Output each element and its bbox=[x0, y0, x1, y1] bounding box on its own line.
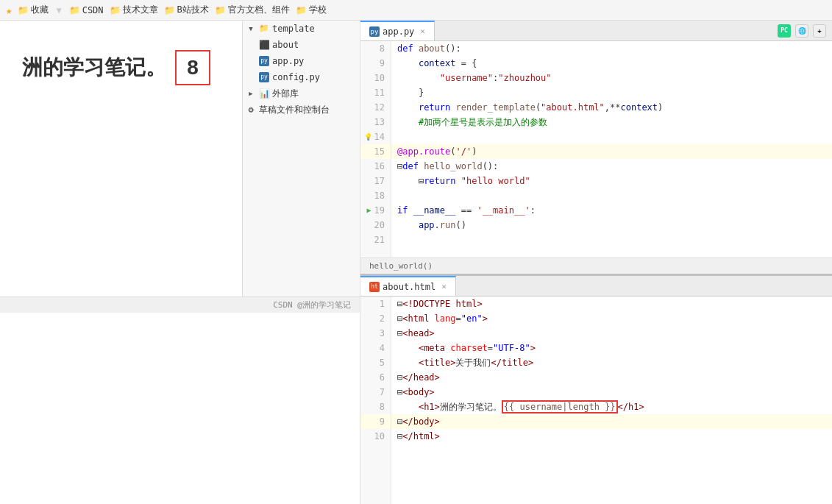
folder-icon: 📁 bbox=[164, 5, 175, 15]
left-panel: 洲的学习笔记。 8 ▼ 📁 template ⬛ about bbox=[0, 21, 360, 504]
toolbar-docs[interactable]: 📁 官方文档、组件 bbox=[215, 4, 290, 16]
line-numbers-bottom: 1 2 3 4 5 bbox=[360, 297, 391, 504]
line-num-20: 20 bbox=[360, 218, 391, 233]
b-code-line-9: ⊟</body> bbox=[391, 414, 832, 429]
toolbar-bookmark[interactable]: 📁 收藏 bbox=[18, 4, 49, 16]
star-icon: ★ bbox=[6, 4, 12, 16]
pycharm-icon: PC bbox=[778, 24, 791, 38]
py-file-icon: py bbox=[259, 72, 269, 82]
line-num-10: 10 bbox=[360, 71, 391, 85]
left-top: 洲的学习笔记。 8 ▼ 📁 template ⬛ about bbox=[0, 21, 360, 297]
editor-top-tab-bar: py app.py × PC 🌐 + bbox=[360, 21, 832, 41]
b-code-line-3: ⊟<head> bbox=[391, 326, 832, 341]
ext-lib-icon: 📊 bbox=[259, 88, 269, 99]
main-container: 洲的学习笔记。 8 ▼ 📁 template ⬛ about bbox=[0, 21, 832, 504]
file-tree-external[interactable]: ▶ 📊 外部库 bbox=[243, 85, 360, 102]
file-tree-app[interactable]: py app.py bbox=[243, 53, 360, 69]
code-line-15: @app.route('/') bbox=[391, 144, 832, 159]
code-line-17: ⊟return "hello world" bbox=[391, 174, 832, 188]
code-line-8: def about(): bbox=[391, 41, 832, 56]
file-tree-drafts[interactable]: ⚙ 草稿文件和控制台 bbox=[243, 102, 360, 118]
badge-number: 8 bbox=[175, 50, 210, 85]
b-line-num-9: 9 bbox=[360, 414, 391, 429]
html-tab-icon: ht bbox=[369, 282, 380, 292]
b-code-line-10: ⊟</html> bbox=[391, 429, 832, 444]
b-code-line-6: ⊟</head> bbox=[391, 370, 832, 385]
chrome-icon: 🌐 bbox=[795, 24, 808, 38]
line-num-12: 12 bbox=[360, 100, 391, 115]
right-panel: py app.py × PC 🌐 + 8 bbox=[360, 21, 832, 504]
line-num-16: 16 bbox=[360, 159, 391, 174]
line-num-14: 💡 14 bbox=[360, 129, 391, 144]
folder-icon: 📁 bbox=[18, 5, 29, 15]
editor-bottom-tab-bar: ht about.html × bbox=[360, 276, 832, 297]
b-line-num-6: 6 bbox=[360, 370, 391, 385]
b-line-num-4: 4 bbox=[360, 341, 391, 355]
toolbar: ★ 📁 收藏 ▼ 📁 CSDN 📁 技术文章 📁 B站技术 📁 官方文档、组件 … bbox=[0, 0, 832, 21]
folder-icon: 📁 bbox=[69, 5, 80, 15]
code-area-top[interactable]: 8 9 10 11 12 bbox=[360, 41, 832, 258]
b-line-num-1: 1 bbox=[360, 297, 391, 311]
folder-icon: 📁 bbox=[215, 5, 226, 15]
code-line-10: "username":"zhouzhou" bbox=[391, 71, 832, 85]
file-tree-config[interactable]: py config.py bbox=[243, 69, 360, 85]
b-code-line-2: ⊟<html lang="en"> bbox=[391, 311, 832, 326]
b-line-num-3: 3 bbox=[360, 326, 391, 341]
file-tree-about[interactable]: ⬛ about bbox=[243, 37, 360, 53]
code-area-bottom[interactable]: 1 2 3 4 5 bbox=[360, 297, 832, 504]
line-num-18: 18 bbox=[360, 188, 391, 203]
toolbar-school[interactable]: 📁 学校 bbox=[296, 4, 327, 16]
b-line-num-10: 10 bbox=[360, 429, 391, 444]
b-line-num-7: 7 bbox=[360, 385, 391, 400]
drafts-icon: ⚙ bbox=[246, 104, 256, 115]
line-num-8: 8 bbox=[360, 41, 391, 56]
expand-icon: ▶ bbox=[246, 88, 256, 99]
editor-bottom: ht about.html × 1 2 bbox=[360, 276, 832, 504]
line-num-11: 11 bbox=[360, 85, 391, 100]
extra-icon: + bbox=[813, 24, 826, 38]
folder-icon: 📁 bbox=[296, 5, 307, 15]
code-line-16: ⊟def hello_world(): bbox=[391, 159, 832, 174]
html-file-icon: ⬛ bbox=[259, 40, 269, 50]
bottom-status-bar: CSDN @洲的学习笔记 bbox=[0, 297, 360, 313]
py-file-icon: py bbox=[259, 56, 269, 66]
line-num-19: ▶ 19 bbox=[360, 203, 391, 218]
file-tree-template[interactable]: ▼ 📁 template bbox=[243, 21, 360, 37]
code-line-9: context = { bbox=[391, 56, 832, 71]
py-tab-icon: py bbox=[369, 26, 380, 37]
folder-icon: 📁 bbox=[110, 5, 121, 15]
expand-icon: ▼ bbox=[246, 24, 256, 34]
b-code-line-1: ⊟<!DOCTYPE html> bbox=[391, 297, 832, 311]
line-num-15: 15 bbox=[360, 144, 391, 159]
toolbar-csdn[interactable]: 📁 CSDN bbox=[69, 5, 104, 15]
b-line-num-2: 2 bbox=[360, 311, 391, 326]
b-line-num-5: 5 bbox=[360, 355, 391, 370]
code-content-top[interactable]: def about(): context = { "username":"zho… bbox=[391, 41, 832, 258]
line-num-17: 17 bbox=[360, 174, 391, 188]
code-line-21 bbox=[391, 233, 832, 247]
code-line-20: app.run() bbox=[391, 218, 832, 233]
b-code-line-4: <meta charset="UTF-8"> bbox=[391, 341, 832, 355]
code-line-14 bbox=[391, 129, 832, 144]
line-num-13: 13 bbox=[360, 115, 391, 129]
sep1: ▼ bbox=[56, 5, 61, 15]
code-line-13: #加两个星号是表示是加入的参数 bbox=[391, 115, 832, 129]
b-code-line-7: ⊟<body> bbox=[391, 385, 832, 400]
editor-top: py app.py × PC 🌐 + 8 bbox=[360, 21, 832, 276]
line-numbers-top: 8 9 10 11 12 bbox=[360, 41, 391, 258]
file-explorer: ▼ 📁 template ⬛ about py app.py py config… bbox=[242, 21, 360, 297]
toolbar-bilibili[interactable]: 📁 B站技术 bbox=[164, 4, 209, 16]
b-code-line-8: <h1>洲的学习笔记。{{ username|length }}</h1> bbox=[391, 400, 832, 414]
code-content-bottom[interactable]: ⊟<!DOCTYPE html> ⊟<html lang="en"> ⊟<hea… bbox=[391, 297, 832, 504]
b-code-line-5: <title>关于我们</title> bbox=[391, 355, 832, 370]
app-py-tab[interactable]: py app.py × bbox=[360, 21, 435, 40]
b-line-num-8: 8 bbox=[360, 400, 391, 414]
toolbar-tech[interactable]: 📁 技术文章 bbox=[110, 4, 158, 16]
line-num-9: 9 bbox=[360, 56, 391, 71]
folder-icon: 📁 bbox=[259, 24, 269, 34]
template-highlight-box: {{ username|length }} bbox=[502, 400, 618, 414]
tab-close-button[interactable]: × bbox=[420, 26, 425, 36]
tab-close-button-bottom[interactable]: × bbox=[441, 282, 447, 291]
about-html-tab[interactable]: ht about.html × bbox=[360, 276, 456, 296]
line-num-21: 21 bbox=[360, 233, 391, 247]
